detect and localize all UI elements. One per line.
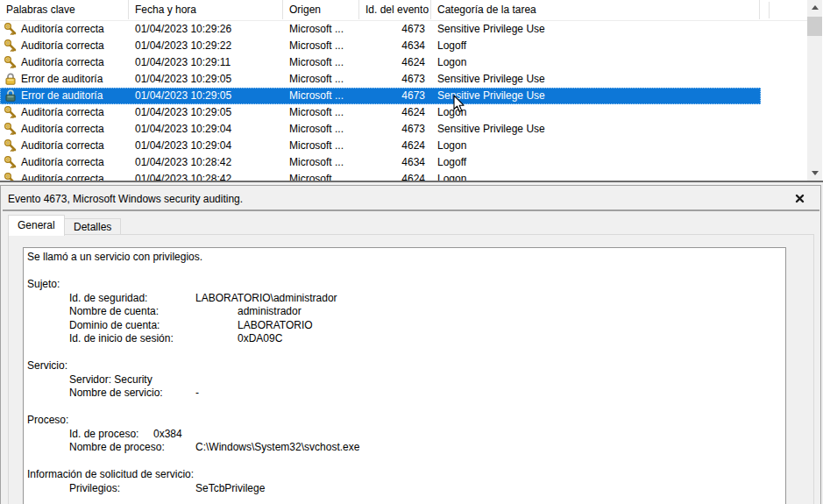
cell-event-id: 4673 — [359, 121, 425, 138]
table-row[interactable]: Auditoría correcta01/04/2023 10:29:22Mic… — [0, 38, 761, 54]
cell-event-id: 4624 — [359, 171, 425, 181]
key-icon — [4, 105, 18, 119]
cell-category: Logoff — [437, 154, 466, 171]
scrollbar-down-button[interactable] — [807, 166, 822, 181]
cell-keywords: Error de auditoría — [21, 88, 103, 104]
table-row[interactable]: Auditoría correcta01/04/2023 10:29:11Mic… — [0, 54, 761, 71]
table-row[interactable]: Auditoría correcta01/04/2023 10:29:26Mic… — [0, 21, 761, 38]
cell-keywords: Auditoría correcta — [21, 138, 104, 154]
cell-category: Sensitive Privilege Use — [437, 21, 545, 38]
key-icon — [4, 172, 18, 181]
cell-datetime: 01/04/2023 10:29:04 — [135, 121, 231, 138]
cell-source: Microsoft ... — [289, 171, 344, 181]
cell-datetime: 01/04/2023 10:29:05 — [135, 88, 231, 104]
cell-source: Microsoft ... — [289, 21, 344, 38]
cell-source: Microsoft ... — [289, 121, 344, 138]
table-row[interactable]: Auditoría correcta01/04/2023 10:29:04Mic… — [0, 138, 761, 154]
chevron-down-icon — [812, 171, 819, 175]
cell-keywords: Auditoría correcta — [21, 104, 104, 121]
cell-datetime: 01/04/2023 10:29:05 — [135, 104, 231, 121]
vertical-scrollbar[interactable] — [807, 0, 822, 181]
cell-event-id: 4624 — [359, 54, 425, 71]
cell-keywords: Auditoría correcta — [21, 154, 104, 171]
column-header-filler-separator — [769, 2, 770, 18]
cell-category: Logon — [437, 171, 466, 181]
tab-page-general: Se llamó a un servicio con privilegios. … — [8, 234, 814, 504]
cell-event-id: 4673 — [359, 71, 425, 88]
cell-source: Microsoft ... — [289, 88, 344, 104]
cell-category: Sensitive Privilege Use — [437, 71, 545, 88]
lock-icon — [4, 72, 18, 86]
cell-category: Logon — [437, 54, 466, 71]
key-icon — [4, 55, 18, 69]
cell-source: Microsoft ... — [289, 71, 344, 88]
cell-source: Microsoft ... — [289, 54, 344, 71]
preview-title: Evento 4673, Microsoft Windows security … — [8, 191, 243, 207]
cell-datetime: 01/04/2023 10:29:22 — [135, 38, 231, 54]
cell-datetime: 01/04/2023 10:28:42 — [135, 171, 231, 181]
column-header-category[interactable]: Categoría de la tarea — [431, 0, 760, 19]
cell-event-id: 4634 — [359, 38, 425, 54]
scrollbar-up-button[interactable] — [807, 0, 822, 15]
column-header-keywords[interactable]: Palabras clave — [0, 0, 129, 19]
event-list-panel: Palabras claveFecha y horaOrigenId. del … — [0, 0, 823, 181]
title-separator — [3, 209, 819, 211]
table-row[interactable]: Error de auditoría01/04/2023 10:29:05Mic… — [0, 71, 761, 88]
event-preview-pane: Evento 4673, Microsoft Windows security … — [0, 185, 821, 504]
key-icon — [4, 155, 18, 169]
cell-keywords: Error de auditoría — [21, 71, 103, 88]
cell-source: Microsoft ... — [289, 138, 344, 154]
event-viewer-window: Palabras claveFecha y horaOrigenId. del … — [0, 0, 823, 504]
cell-category: Logon — [437, 104, 466, 121]
cell-datetime: 01/04/2023 10:29:05 — [135, 71, 231, 88]
key-icon — [4, 122, 18, 136]
pane-splitter[interactable] — [0, 181, 823, 182]
cell-source: Microsoft ... — [289, 154, 344, 171]
tab-detalles[interactable]: Detalles — [64, 218, 121, 235]
event-description: Se llamó a un servicio con privilegios. … — [24, 248, 785, 495]
lock-icon — [4, 89, 18, 103]
cell-category: Logoff — [437, 38, 466, 54]
cell-event-id: 4673 — [359, 21, 425, 38]
close-icon — [792, 191, 808, 207]
cell-keywords: Auditoría correcta — [21, 171, 104, 181]
scrollbar-thumb[interactable] — [807, 17, 822, 36]
event-description-box[interactable]: Se llamó a un servicio con privilegios. … — [23, 247, 786, 504]
tab-general[interactable]: General — [8, 215, 65, 236]
table-row[interactable]: Auditoría correcta01/04/2023 10:28:42Mic… — [0, 171, 761, 181]
table-row[interactable]: Auditoría correcta01/04/2023 10:28:42Mic… — [0, 154, 761, 171]
cell-category: Sensitive Privilege Use — [437, 88, 545, 104]
cell-event-id: 4673 — [359, 88, 425, 104]
key-icon — [4, 39, 18, 53]
cell-event-id: 4624 — [359, 104, 425, 121]
table-row[interactable]: Auditoría correcta01/04/2023 10:29:04Mic… — [0, 121, 761, 138]
cell-keywords: Auditoría correcta — [21, 54, 104, 71]
cell-keywords: Auditoría correcta — [21, 38, 104, 54]
key-icon — [4, 138, 18, 153]
cell-source: Microsoft ... — [289, 104, 344, 121]
cell-category: Logon — [437, 138, 466, 154]
column-header-source[interactable]: Origen — [283, 0, 359, 19]
cell-event-id: 4634 — [359, 154, 425, 171]
close-button[interactable] — [792, 191, 808, 207]
cell-datetime: 01/04/2023 10:29:11 — [135, 54, 231, 71]
chevron-up-icon — [812, 5, 819, 10]
cell-keywords: Auditoría correcta — [21, 21, 104, 38]
cell-datetime: 01/04/2023 10:28:42 — [135, 154, 231, 171]
table-row[interactable]: Error de auditoría01/04/2023 10:29:05Mic… — [0, 88, 761, 104]
cell-keywords: Auditoría correcta — [21, 121, 104, 138]
table-header: Palabras claveFecha y horaOrigenId. del … — [0, 0, 807, 21]
column-header-event-id[interactable]: Id. del evento — [359, 0, 431, 19]
cell-category: Sensitive Privilege Use — [437, 121, 545, 138]
column-header-datetime[interactable]: Fecha y hora — [129, 0, 283, 19]
key-icon — [4, 22, 18, 36]
cell-source: Microsoft ... — [289, 38, 344, 54]
cell-datetime: 01/04/2023 10:29:26 — [135, 21, 231, 38]
table-row[interactable]: Auditoría correcta01/04/2023 10:29:05Mic… — [0, 104, 761, 121]
cell-datetime: 01/04/2023 10:29:04 — [135, 138, 231, 154]
cell-event-id: 4624 — [359, 138, 425, 154]
